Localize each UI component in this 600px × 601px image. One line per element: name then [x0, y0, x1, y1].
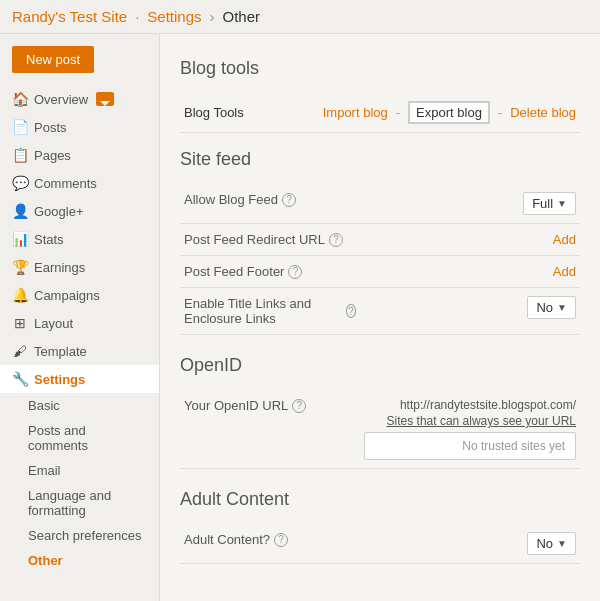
notification-icon — [96, 92, 114, 106]
openid-url-label: Your OpenID URL ? — [184, 398, 356, 413]
title-links-select[interactable]: No ▼ — [527, 296, 576, 319]
trusted-sites-box: No trusted sites yet — [364, 432, 576, 460]
sidebar-sub-email[interactable]: Email — [0, 458, 159, 483]
blog-tools-title: Blog tools — [180, 58, 580, 79]
current-page-breadcrumb: Other — [223, 8, 261, 25]
adult-content-title: Adult Content — [180, 489, 580, 510]
separator-dot: · — [135, 8, 139, 25]
sidebar-sub-basic[interactable]: Basic — [0, 393, 159, 418]
adult-content-table: Adult Content? ? No ▼ — [180, 524, 580, 564]
allow-blog-feed-row: Allow Blog Feed ? Full ▼ — [180, 184, 580, 224]
posts-icon: 📄 — [12, 119, 28, 135]
stats-icon: 📊 — [12, 231, 28, 247]
adult-content-row: Adult Content? ? No ▼ — [180, 524, 580, 564]
allow-blog-feed-label: Allow Blog Feed ? — [184, 192, 356, 207]
openid-title: OpenID — [180, 355, 580, 376]
site-feed-title: Site feed — [180, 149, 580, 170]
sidebar-sub-language[interactable]: Language and formatting — [0, 483, 159, 523]
blog-tools-label: Blog Tools — [184, 105, 244, 120]
title-links-label: Enable Title Links and Enclosure Links ? — [184, 296, 356, 326]
chevron-down-icon-3: ▼ — [557, 538, 567, 549]
sidebar-item-settings[interactable]: 🔧 Settings — [0, 365, 159, 393]
sidebar-item-template[interactable]: 🖌 Template — [0, 337, 159, 365]
sidebar-item-earnings[interactable]: 🏆 Earnings — [0, 253, 159, 281]
openid-sites-text: Sites that can always see your URL — [364, 414, 576, 428]
sidebar-item-layout[interactable]: ⊞ Layout — [0, 309, 159, 337]
sidebar-item-campaigns[interactable]: 🔔 Campaigns — [0, 281, 159, 309]
googleplus-icon: 👤 — [12, 203, 28, 219]
sidebar-item-stats[interactable]: 📊 Stats — [0, 225, 159, 253]
export-blog-button[interactable]: Export blog — [408, 101, 490, 124]
sidebar-label-settings: Settings — [34, 372, 85, 387]
sidebar: New post 🏠 Overview 📄 Posts 📋 Pages 💬 Co… — [0, 34, 160, 601]
post-feed-redirect-label: Post Feed Redirect URL ? — [184, 232, 356, 247]
settings-icon: 🔧 — [12, 371, 28, 387]
allow-blog-feed-select[interactable]: Full ▼ — [523, 192, 576, 215]
sidebar-label-posts: Posts — [34, 120, 67, 135]
title-links-help[interactable]: ? — [346, 304, 356, 318]
earnings-icon: 🏆 — [12, 259, 28, 275]
openid-url-row: Your OpenID URL ? http://randytestsite.b… — [180, 390, 580, 469]
sidebar-label-pages: Pages — [34, 148, 71, 163]
home-icon: 🏠 — [12, 91, 28, 107]
sidebar-sub-other[interactable]: Other — [0, 548, 159, 573]
sidebar-label-template: Template — [34, 344, 87, 359]
post-feed-redirect-row: Post Feed Redirect URL ? Add — [180, 224, 580, 256]
adult-content-label: Adult Content? ? — [184, 532, 356, 547]
settings-breadcrumb[interactable]: Settings — [147, 8, 201, 25]
delete-blog-button[interactable]: Delete blog — [510, 105, 576, 120]
sidebar-item-googleplus[interactable]: 👤 Google+ — [0, 197, 159, 225]
layout-icon: ⊞ — [12, 315, 28, 331]
breadcrumb-arrow: › — [210, 8, 215, 25]
sidebar-sub-search[interactable]: Search preferences — [0, 523, 159, 548]
openid-url-value: http://randytestsite.blogspot.com/ — [364, 398, 576, 412]
adult-content-select[interactable]: No ▼ — [527, 532, 576, 555]
openid-help[interactable]: ? — [292, 399, 306, 413]
title-links-row: Enable Title Links and Enclosure Links ?… — [180, 288, 580, 335]
allow-blog-feed-help[interactable]: ? — [282, 193, 296, 207]
blog-tools-row: Blog Tools Import blog - Export blog - D… — [180, 93, 580, 133]
template-icon: 🖌 — [12, 343, 28, 359]
top-bar: Randy's Test Site · Settings › Other — [0, 0, 600, 34]
sidebar-item-overview[interactable]: 🏠 Overview — [0, 85, 159, 113]
sidebar-label-stats: Stats — [34, 232, 64, 247]
post-feed-redirect-help[interactable]: ? — [329, 233, 343, 247]
pages-icon: 📋 — [12, 147, 28, 163]
post-feed-footer-help[interactable]: ? — [288, 265, 302, 279]
blog-title[interactable]: Randy's Test Site — [12, 8, 127, 25]
new-post-button[interactable]: New post — [12, 46, 94, 73]
blog-tools-actions: Import blog - Export blog - Delete blog — [323, 101, 576, 124]
post-feed-redirect-add[interactable]: Add — [553, 232, 576, 247]
chevron-down-icon-2: ▼ — [557, 302, 567, 313]
main-content: Blog tools Blog Tools Import blog - Expo… — [160, 34, 600, 601]
sidebar-label-comments: Comments — [34, 176, 97, 191]
sidebar-label-campaigns: Campaigns — [34, 288, 100, 303]
comments-icon: 💬 — [12, 175, 28, 191]
openid-table: Your OpenID URL ? http://randytestsite.b… — [180, 390, 580, 469]
sidebar-label-earnings: Earnings — [34, 260, 85, 275]
sidebar-item-comments[interactable]: 💬 Comments — [0, 169, 159, 197]
post-feed-footer-add[interactable]: Add — [553, 264, 576, 279]
sidebar-label-layout: Layout — [34, 316, 73, 331]
campaigns-icon: 🔔 — [12, 287, 28, 303]
import-blog-button[interactable]: Import blog — [323, 105, 388, 120]
adult-content-help[interactable]: ? — [274, 533, 288, 547]
sidebar-sub-posts-comments[interactable]: Posts and comments — [0, 418, 159, 458]
sidebar-label-googleplus: Google+ — [34, 204, 84, 219]
post-feed-footer-label: Post Feed Footer ? — [184, 264, 356, 279]
sidebar-label-overview: Overview — [34, 92, 88, 107]
chevron-down-icon: ▼ — [557, 198, 567, 209]
post-feed-footer-row: Post Feed Footer ? Add — [180, 256, 580, 288]
sidebar-item-posts[interactable]: 📄 Posts — [0, 113, 159, 141]
sidebar-item-pages[interactable]: 📋 Pages — [0, 141, 159, 169]
site-feed-table: Allow Blog Feed ? Full ▼ Post Feed Redir… — [180, 184, 580, 335]
